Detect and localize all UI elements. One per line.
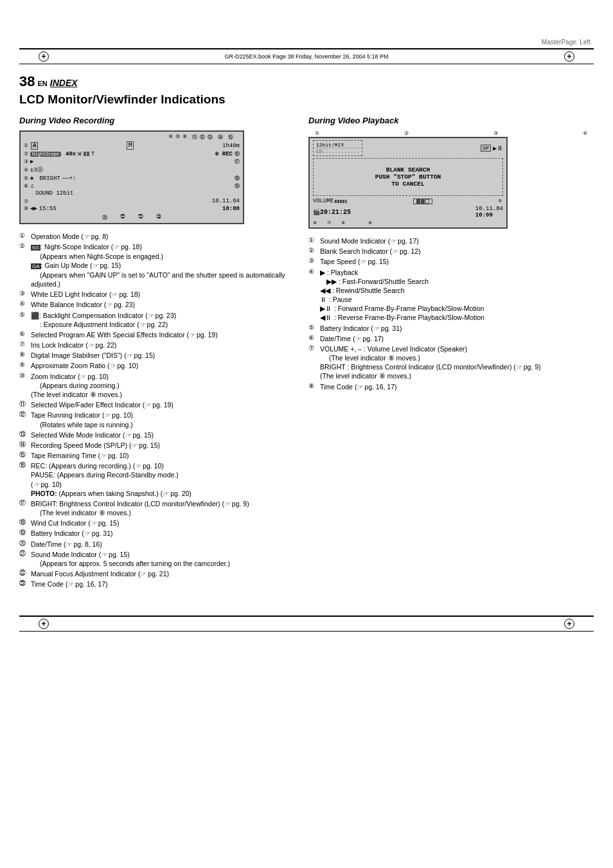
item-content: Tape Running Indicator (☞ pg. 10) (Rotat…: [31, 411, 296, 429]
playback-diagram: ① ② ③ ④ 12bit/MIX LD............ SP: [308, 130, 594, 229]
diag-bright-bar: ——+:: [62, 175, 76, 182]
pb-circle-7: ⑦: [327, 220, 331, 226]
crosshair-right-top: [564, 51, 574, 62]
item-content: VOLUME +, – : Volume Level Indicator (Sp…: [320, 344, 594, 381]
item-num: ⑲: [19, 529, 31, 538]
pb-circle-8: ⑧: [313, 220, 317, 226]
item-content: Blank Search Indicator (☞ pg. 12): [320, 247, 594, 256]
right-section-title: During Video Playback: [308, 116, 594, 125]
diag-circle-6: ⑥: [24, 183, 28, 189]
diag-circle-22: ㉒: [120, 214, 125, 221]
diag-circle-17: ⑰: [235, 158, 240, 165]
pb-diag-num-1: ①: [315, 130, 319, 136]
page-title: LCD Monitor/Viewfinder Indications: [19, 93, 594, 107]
list-item: ⑰ BRIGHT: Brightness Control Indicator (…: [19, 499, 296, 517]
item-content: Operation Mode (☞ pg. 8): [31, 232, 296, 241]
diag-circle-5: ⑤: [24, 175, 28, 181]
list-item: ⑦ Iris Lock Indicator (☞ pg. 22): [19, 341, 296, 350]
master-page-label: MasterPage: Left: [542, 39, 591, 46]
page-number: 38: [19, 73, 35, 90]
list-item: ① Sound Mode Indicator (☞ pg. 17): [308, 236, 594, 245]
list-item: ⑩ Zoom Indicator (☞ pg. 10) (Appears dur…: [19, 372, 296, 400]
list-item: ⑨ Approximate Zoom Ratio (☞ pg. 10): [19, 361, 296, 370]
diag-date-code: 10.11.04: [212, 198, 240, 204]
diag-music: ♫: [30, 183, 33, 190]
en-label: EN: [37, 80, 47, 87]
item-content: Battery Indicator (☞ pg. 31): [31, 529, 296, 538]
item-content: Date/Time (☞ pg. 8, 16): [31, 540, 296, 549]
item-num: ⑦: [308, 344, 320, 381]
recording-list: ① Operation Mode (☞ pg. 8) ② NS: Night-S…: [19, 232, 296, 589]
item-content: Recording Speed Mode (SP/LP) (☞ pg. 15): [31, 441, 296, 450]
item-num: ⑫: [19, 411, 31, 429]
diag-circle-19: ⑲: [235, 182, 240, 190]
item-content: White LED Light Indicator (☞ pg. 18): [31, 290, 296, 299]
item-content: Tape Speed (☞ pg. 15): [320, 257, 594, 266]
diag-m-icon: M̈: [127, 141, 134, 150]
item-content: Sound Mode Indicator (☞ pg. 17): [320, 236, 594, 245]
item-num: ⑰: [19, 499, 31, 517]
book-ref-text: GR-D225EX.book Page 38 Friday, November …: [19, 53, 594, 60]
recording-diagram: ⑨ ⑩ ⑧ ⑪ ⑫ ⑬ ⑭ ⑮ ① A M̈: [19, 130, 296, 224]
item-content: Selected Wipe/Fader Effect Indicator (☞ …: [31, 400, 296, 409]
item-content: Digital Image Stabiliser ("DIS") (☞ pg. …: [31, 351, 296, 360]
item-content: Iris Lock Indicator (☞ pg. 22): [31, 341, 296, 350]
item-content: Time Code (☞ pg. 16, 17): [320, 382, 594, 391]
item-num: ⑧: [308, 382, 320, 391]
diag-circle-3: ③: [24, 159, 28, 164]
item-num: ⑥: [308, 334, 320, 343]
item-content: Zoom Indicator (☞ pg. 10) (Appears durin…: [31, 372, 296, 400]
item-num: ⑳: [19, 540, 31, 549]
item-num: ③: [19, 290, 31, 299]
list-item: ⑥ Selected Program AE With Special Effec…: [19, 330, 296, 339]
pb-circle-6: ⑥: [368, 220, 372, 226]
playback-list: ① Sound Mode Indicator (☞ pg. 17) ② Blan…: [308, 236, 594, 391]
pb-date-time: 10.11.0410:00: [475, 206, 503, 218]
index-label: INDEX: [50, 78, 78, 88]
diag-dis-icon: ◀▶: [30, 205, 37, 212]
item-num: ①: [19, 232, 31, 241]
diag-sound-mode: SOUND 12bit: [35, 190, 240, 197]
item-content: White Balance Indicator (☞ pg. 23): [31, 300, 296, 309]
item-num: ④: [19, 300, 31, 309]
item-num: ④: [308, 268, 320, 323]
list-item: ⑬ Selected Wide Mode Indicator (☞ pg. 15…: [19, 430, 296, 439]
item-num: ⑩: [19, 372, 31, 400]
diag-w: W: [78, 151, 81, 157]
pb-diag-num-4: ④: [583, 130, 587, 136]
item-content: ▶ : Playback ▶▶ : Fast-Forward/Shuttle S…: [320, 268, 594, 323]
list-item: ⑭ Recording Speed Mode (SP/LP) (☞ pg. 15…: [19, 441, 296, 450]
item-num: ⑬: [19, 430, 31, 439]
item-content: Wind Cut Indicator (☞ pg. 15): [31, 518, 296, 527]
item-content: Manual Focus Adjustment Indicator (☞ pg.…: [31, 569, 296, 578]
item-content: Selected Program AE With Special Effects…: [31, 330, 296, 339]
diag-circle-8: ⑧: [24, 206, 28, 211]
item-content: NS: Night-Scope Indicator (☞ pg. 18) (Ap…: [31, 242, 296, 288]
list-item: ⑪ Selected Wipe/Fader Effect Indicator (…: [19, 400, 296, 409]
list-item: ⑤ ⬛: Backlight Compensation Indicator (☞…: [19, 311, 296, 329]
item-content: Date/Time (☞ pg. 17): [320, 334, 594, 343]
diag-zoom-bar: [84, 152, 89, 156]
list-item: ⑳ Date/Time (☞ pg. 8, 16): [19, 540, 296, 549]
diag-circle-21: ㉑: [138, 214, 143, 221]
item-num: ⑯: [19, 461, 31, 498]
left-section-title: During Video Recording: [19, 116, 296, 125]
item-num: ⑤: [19, 311, 31, 329]
diag-circle-23: ㉓: [156, 214, 161, 221]
diag-circle-16: ⑯: [235, 150, 240, 157]
item-num: ⑮: [19, 451, 31, 460]
list-item: ㉑ Sound Mode Indicator (☞ pg. 15) (Appea…: [19, 550, 296, 568]
pb-diag-num-3: ③: [493, 130, 498, 136]
pb-timecode-display: 20:21:25: [320, 209, 351, 216]
diag-num-8b: ⑧: [182, 134, 187, 141]
item-content: Sound Mode Indicator (☞ pg. 15) (Appears…: [31, 550, 296, 568]
item-content: Battery Indicator (☞ pg. 31): [320, 324, 594, 333]
pb-circle-8b: ⑧: [341, 220, 345, 226]
diag-circle-1: ①: [24, 143, 28, 148]
item-num: ②: [308, 247, 320, 256]
item-num: ①: [308, 236, 320, 245]
item-content: ⬛: Backlight Compensation Indicator (☞ p…: [31, 311, 296, 329]
item-num: ㉓: [19, 580, 31, 589]
item-content: BRIGHT: Brightness Control Indicator (LC…: [31, 499, 296, 517]
crosshair-right-bottom: [564, 619, 574, 629]
